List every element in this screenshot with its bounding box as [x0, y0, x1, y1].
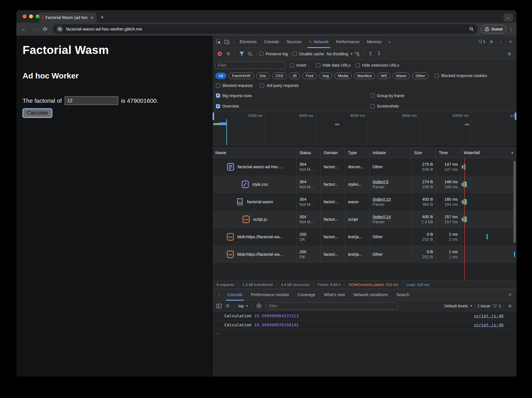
console-sidebar-icon[interactable]	[215, 302, 223, 310]
name-cell[interactable]: <> script.js	[213, 211, 297, 228]
chip-img[interactable]: Img	[319, 73, 332, 79]
name-cell[interactable]: <> blob:https://factorial-wa...	[213, 246, 297, 263]
overview-checkbox[interactable]: Overview	[216, 104, 371, 108]
clear-network-log-icon[interactable]: ⊘	[226, 51, 230, 57]
drawer-menu-icon[interactable]: ⋮	[215, 290, 223, 299]
chip-manifest[interactable]: Manifest	[354, 73, 375, 79]
network-settings-gear-icon[interactable]: ⚙	[505, 50, 514, 58]
table-row[interactable]: <> blob:https://factorial-wa... 200OK fa…	[213, 228, 516, 246]
drawer-tab-search[interactable]: Search	[392, 289, 413, 301]
issues-icon[interactable]: 🗨1	[478, 38, 486, 46]
screenshots-checkbox[interactable]: Screenshots	[371, 104, 513, 108]
chip-css[interactable]: CSS	[272, 73, 287, 79]
disable-cache-checkbox[interactable]: Disable cache	[293, 52, 324, 56]
profile-button[interactable]: Guest	[481, 25, 506, 33]
blocked-requests-checkbox[interactable]: Blocked requests	[216, 83, 253, 88]
source-link[interactable]: script.js:40	[474, 323, 503, 327]
name-cell[interactable]: factorial-wasm-ad-hoc-...	[213, 158, 297, 176]
calculate-button[interactable]: Calculate	[23, 108, 52, 118]
chip-media[interactable]: Media	[334, 73, 352, 79]
console-filter-input[interactable]	[266, 302, 398, 310]
name-cell[interactable]: <> blob:https://factorial-wa...	[213, 228, 297, 246]
group-by-frame-checkbox[interactable]: Group by frame	[371, 93, 513, 98]
hide-data-urls-checkbox[interactable]: Hide data URLs	[316, 63, 351, 67]
network-conditions-icon[interactable]	[353, 50, 361, 58]
console-prompt[interactable]: ›	[213, 329, 516, 338]
network-overview-timeline[interactable]: 2000 ms 4000 ms 6000 ms 8000 ms 10000 ms…	[213, 112, 516, 147]
tab-sources[interactable]: Sources	[283, 36, 305, 48]
inspect-element-icon[interactable]	[214, 38, 223, 46]
drawer-tab-performance-monitor[interactable]: Performance monitor	[247, 289, 293, 301]
hide-extension-urls-checkbox[interactable]: Hide extension URLs	[356, 63, 399, 67]
column-waterfall[interactable]: Waterfall▲	[461, 147, 516, 158]
back-button[interactable]: ←	[19, 25, 28, 34]
tab-performance[interactable]: Performance	[332, 36, 363, 48]
drawer-tab-coverage[interactable]: Coverage	[294, 289, 320, 301]
filter-funnel-icon[interactable]	[237, 50, 246, 58]
tab-memory[interactable]: Memory	[363, 36, 385, 48]
close-tab-icon[interactable]: ✕	[91, 16, 94, 20]
url-text[interactable]: factorial-wasm-ad-hoc-worker.glitch.me	[66, 27, 466, 32]
column-initiator[interactable]: Initiator	[370, 147, 411, 158]
column-size[interactable]: Size	[411, 147, 436, 158]
close-drawer-icon[interactable]: ✕	[506, 290, 514, 299]
table-row[interactable]: factorial-wasm-ad-hoc-... 304Not M... fa…	[213, 158, 516, 176]
browser-menu-button[interactable]: ⋮	[508, 26, 514, 32]
settings-gear-icon[interactable]: ⚙	[487, 38, 496, 46]
chip-fetch-xhr[interactable]: Fetch/XHR	[229, 73, 254, 79]
tab-search-button[interactable]: ⌄	[503, 14, 513, 21]
device-toolbar-icon[interactable]	[223, 38, 231, 46]
site-info-icon[interactable]	[56, 26, 63, 32]
window-controls[interactable]	[23, 14, 40, 18]
drawer-tab-console[interactable]: Console	[223, 289, 247, 301]
record-network-log-icon[interactable]	[218, 52, 222, 56]
tab-network[interactable]: ⚠Network	[305, 36, 332, 48]
overview-right-handle[interactable]	[515, 112, 516, 120]
overview-left-handle[interactable]	[213, 112, 214, 120]
table-row[interactable]: style.css 304Not M... factori... styles.…	[213, 176, 516, 193]
table-scrollbar[interactable]	[513, 161, 516, 243]
export-har-icon[interactable]: ↧	[377, 51, 381, 57]
initiator-link[interactable]: (index):14	[373, 215, 408, 219]
table-row[interactable]: WA factorial.wasm 304Not M... factori...…	[213, 193, 516, 211]
log-levels-dropdown[interactable]: Default levels▼	[444, 304, 472, 308]
column-domain[interactable]: Domain	[321, 147, 345, 158]
reload-button[interactable]: ⟳	[41, 25, 50, 34]
preserve-log-checkbox[interactable]: Preserve log	[259, 52, 288, 56]
column-name[interactable]: Name	[213, 147, 297, 158]
third-party-requests-checkbox[interactable]: 3rd-party requests	[260, 83, 299, 88]
table-row[interactable]: <> script.js 304Not M... factori... scri…	[213, 211, 516, 228]
console-messages[interactable]: Calculation 15.599999964237213 script.js…	[213, 311, 516, 377]
column-time[interactable]: Time	[436, 147, 461, 158]
name-cell[interactable]: style.css	[213, 176, 297, 193]
devtools-menu-icon[interactable]: ⋮	[497, 38, 505, 46]
drawer-tab-network-conditions[interactable]: Network conditions	[349, 289, 392, 301]
chip-all[interactable]: All	[215, 73, 226, 79]
new-tab-button[interactable]: +	[100, 14, 104, 21]
close-window-button[interactable]	[23, 14, 27, 18]
source-link[interactable]: script.js:40	[474, 314, 503, 318]
zoom-window-button[interactable]	[36, 14, 40, 18]
big-request-rows-checkbox[interactable]: Big request rows	[216, 93, 371, 98]
clear-console-icon[interactable]: ⊘	[226, 303, 229, 309]
live-expression-eye-icon[interactable]	[255, 302, 263, 310]
name-cell[interactable]: WA factorial.wasm	[213, 193, 297, 211]
chip-wasm[interactable]: Wasm	[393, 73, 410, 79]
browser-tab[interactable]: ! Factorial Wasm (ad hoc Work ✕	[39, 12, 97, 23]
chip-doc[interactable]: Doc	[256, 73, 270, 79]
import-har-icon[interactable]: ↥	[368, 51, 372, 57]
initiator-link[interactable]: (index):5	[373, 180, 408, 184]
more-tabs-icon[interactable]: »	[385, 38, 394, 46]
minimize-window-button[interactable]	[29, 14, 33, 18]
throttling-dropdown[interactable]: No throttling▼	[327, 52, 353, 56]
tab-console[interactable]: Console	[260, 36, 283, 48]
chip-font[interactable]: Font	[303, 73, 317, 79]
issues-counter[interactable]: 1 Issue:🗨1	[477, 303, 501, 308]
chip-other[interactable]: Other	[412, 73, 428, 79]
network-filter-input[interactable]	[215, 62, 286, 69]
column-status[interactable]: Status	[297, 147, 321, 158]
console-settings-gear-icon[interactable]: ⚙	[506, 302, 514, 310]
zoom-page-icon[interactable]	[469, 27, 474, 32]
invert-checkbox[interactable]: Invert	[290, 63, 306, 67]
close-devtools-icon[interactable]: ✕	[506, 38, 515, 46]
